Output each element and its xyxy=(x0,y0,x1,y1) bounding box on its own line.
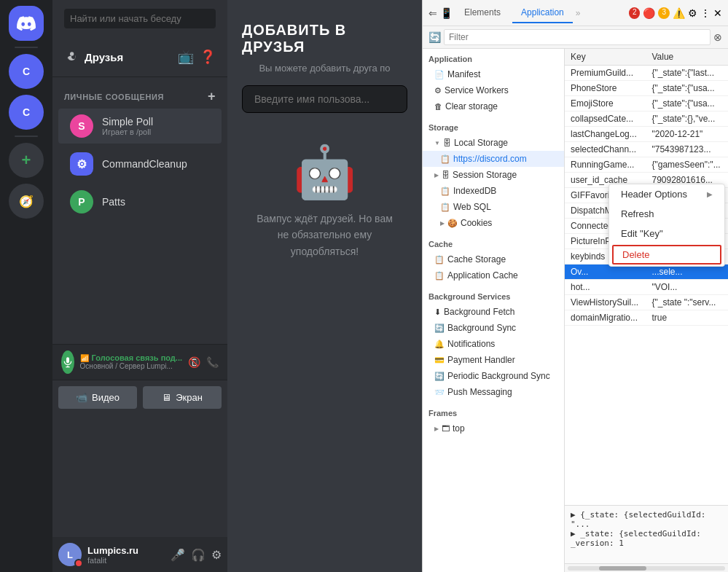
table-row[interactable]: ViewHistorySuil...{"_state ":"serv... xyxy=(565,295,728,310)
dm-item-patts[interactable]: P Patts xyxy=(58,184,222,219)
screen-button[interactable]: 🖥 Экран xyxy=(143,386,222,409)
dt-item-cache-storage[interactable]: 📋 Cache Storage xyxy=(423,251,564,267)
server-icon-2[interactable]: С xyxy=(9,95,44,130)
server-icon-1[interactable]: С xyxy=(9,54,44,89)
dm-info-commandcleanup: CommandCleanup xyxy=(102,158,210,170)
voice-disconnect-icon[interactable]: 📞 xyxy=(206,356,219,368)
dt-item-bg-fetch[interactable]: ⬇ Background Fetch xyxy=(423,304,564,320)
discord-storage-icon: 📋 xyxy=(440,154,450,164)
devtools-back-forward[interactable]: ⇐ xyxy=(428,7,437,19)
clear-storage-icon: 🗑 xyxy=(434,102,442,111)
add-friend-title: ДОБАВИТЬ В ДРУЗЬЯ xyxy=(242,22,407,55)
app-container: С С + 🧭 Друзья 📺 ❓ ЛИЧНЫЕ СООБЩЕНИЯ + S … xyxy=(0,0,728,572)
devtools-settings-icon[interactable]: ⚙ xyxy=(688,7,697,19)
devtools-close-icon[interactable]: ✕ xyxy=(713,7,722,19)
table-cell-key: collapsedCate... xyxy=(565,111,646,127)
devtools-device-icon[interactable]: 📱 xyxy=(440,7,453,19)
dt-item-clear-storage[interactable]: 🗑 Clear storage xyxy=(423,98,564,114)
dt-item-indexeddb[interactable]: 📋 IndexedDB xyxy=(423,183,564,199)
discord-home-button[interactable] xyxy=(9,6,44,41)
dt-item-top[interactable]: ▶ 🗔 top xyxy=(423,420,564,436)
friends-label: Друзья xyxy=(85,51,123,63)
voice-avatar xyxy=(61,350,74,374)
notifications-icon: 🔔 xyxy=(434,340,445,349)
devtools-more-icon[interactable]: ⋮ xyxy=(700,7,711,19)
settings-icon[interactable]: ⚙ xyxy=(211,548,222,562)
table-row[interactable]: collapsedCate...{"_state":{},"ve... xyxy=(565,111,728,127)
dt-item-payment-handler[interactable]: 💳 Payment Handler xyxy=(423,352,564,368)
tab-elements[interactable]: Elements xyxy=(455,3,509,23)
devtools-left-panel: Application 📄 Manifest ⚙ Service Workers… xyxy=(423,49,565,572)
dt-item-discord-com[interactable]: 📋 https://discord.com xyxy=(423,151,564,167)
table-cell-key: selectedChann... xyxy=(565,142,646,157)
table-row[interactable]: lastChangeLog..."2020-12-21" xyxy=(565,127,728,142)
table-row[interactable]: PremiumGuild...{"_state":{"last... xyxy=(565,66,728,81)
user-avatar: L xyxy=(58,543,82,566)
devtools-right-panel: Key Value PremiumGuild...{"_state":{"las… xyxy=(565,49,728,572)
tab-application[interactable]: Application xyxy=(512,3,573,23)
dm-item-commandcleanup[interactable]: ⚙ CommandCleanup xyxy=(58,146,222,181)
web-sql-icon: 📋 xyxy=(440,203,450,212)
error-badge: 2 xyxy=(629,7,641,19)
dt-item-service-workers[interactable]: ⚙ Service Workers xyxy=(423,82,564,98)
user-info: Lumpics.ru fatalit xyxy=(87,545,165,565)
devtools-icons: 2 🔴 3 ⚠️ ⚙ ⋮ ✕ xyxy=(629,7,722,19)
dm-item-simplpoll[interactable]: S Simple Poll Играет в /poll xyxy=(58,109,222,144)
dt-item-application-cache[interactable]: 📋 Application Cache xyxy=(423,267,564,283)
dt-item-bg-sync[interactable]: 🔄 Background Sync xyxy=(423,320,564,336)
more-tabs-button[interactable]: » xyxy=(576,8,581,18)
dt-item-session-storage[interactable]: ▶ 🗄 Session Storage xyxy=(423,167,564,183)
filter-input[interactable] xyxy=(444,29,711,45)
add-dm-button[interactable]: + xyxy=(208,89,216,104)
scrollbar-thumb[interactable] xyxy=(599,566,646,571)
user-bottom-bar: L Lumpics.ru fatalit 🎤 🎧 ⚙ xyxy=(52,537,227,572)
robot-illustration: 🤖 xyxy=(257,142,393,202)
explore-servers-button[interactable]: 🧭 xyxy=(9,184,44,219)
refresh-icon[interactable]: 🔄 xyxy=(428,31,441,43)
monitor-icon[interactable]: 📺 xyxy=(178,49,194,65)
dt-item-manifest[interactable]: 📄 Manifest xyxy=(423,66,564,82)
table-row[interactable]: PhoneStore{"_state":{"usa... xyxy=(565,81,728,96)
horizontal-scrollbar[interactable] xyxy=(565,563,728,572)
dm-info-patts: Patts xyxy=(102,196,210,208)
push-messaging-icon: 📨 xyxy=(434,388,445,397)
dt-section-bg-services: Background Services ⬇ Background Fetch 🔄… xyxy=(423,286,564,403)
headphone-icon[interactable]: 🎧 xyxy=(191,548,206,562)
application-cache-icon: 📋 xyxy=(434,271,445,281)
manifest-icon: 📄 xyxy=(434,70,445,79)
search-input[interactable] xyxy=(64,9,216,28)
dt-item-periodic-bg-sync[interactable]: 🔄 Periodic Background Sync xyxy=(423,368,564,384)
devtools-body: Application 📄 Manifest ⚙ Service Workers… xyxy=(423,49,728,572)
dt-section-label-frames: Frames xyxy=(423,406,564,420)
video-button[interactable]: 📹 Видео xyxy=(58,386,137,409)
table-row[interactable]: EmojiStore{"_state":{"usa... xyxy=(565,96,728,111)
user-status-indicator xyxy=(74,559,83,568)
context-menu-edit-key[interactable]: Edit "Key" xyxy=(609,224,724,243)
channel-sidebar: Друзья 📺 ❓ ЛИЧНЫЕ СООБЩЕНИЯ + S Simple P… xyxy=(52,0,227,572)
clear-filter-icon[interactable]: ⊗ xyxy=(713,31,722,43)
question-icon[interactable]: ❓ xyxy=(200,49,216,65)
add-server-button[interactable]: + xyxy=(9,143,44,178)
context-menu-delete[interactable]: Delete xyxy=(612,245,721,265)
devtools-toolbar: 🔄 ⊗ xyxy=(423,26,728,49)
search-container xyxy=(52,0,227,37)
add-friend-input[interactable] xyxy=(242,85,407,113)
dt-item-notifications[interactable]: 🔔 Notifications xyxy=(423,336,564,352)
dt-item-push-messaging[interactable]: 📨 Push Messaging xyxy=(423,384,564,400)
dt-item-cookies[interactable]: ▶ 🍪 Cookies xyxy=(423,215,564,231)
context-menu-header-options[interactable]: Header Options ▶ xyxy=(609,184,724,204)
table-row[interactable]: selectedChann..."7543987123... xyxy=(565,142,728,157)
dt-item-local-storage[interactable]: ▼ 🗄 Local Storage xyxy=(423,135,564,151)
context-menu-refresh[interactable]: Refresh xyxy=(609,204,724,224)
dt-section-label-application: Application xyxy=(423,52,564,66)
mic-icon[interactable]: 🎤 xyxy=(171,548,185,562)
table-cell-value: {"_state":{"usa... xyxy=(646,96,728,111)
friends-page: ДОБАВИТЬ В ДРУЗЬЯ Вы можете добавить дру… xyxy=(227,0,422,572)
voice-mute-icon[interactable]: 📵 xyxy=(188,356,200,368)
dt-item-web-sql[interactable]: 📋 Web SQL xyxy=(423,199,564,215)
table-row[interactable]: RunningGame...{"gamesSeen":"... xyxy=(565,157,728,173)
table-row[interactable]: domainMigratio...true xyxy=(565,310,728,326)
dm-avatar-simplpoll: S xyxy=(70,114,93,138)
cookies-icon: 🍪 xyxy=(447,219,458,228)
table-row[interactable]: hot..."VOI... xyxy=(565,280,728,295)
